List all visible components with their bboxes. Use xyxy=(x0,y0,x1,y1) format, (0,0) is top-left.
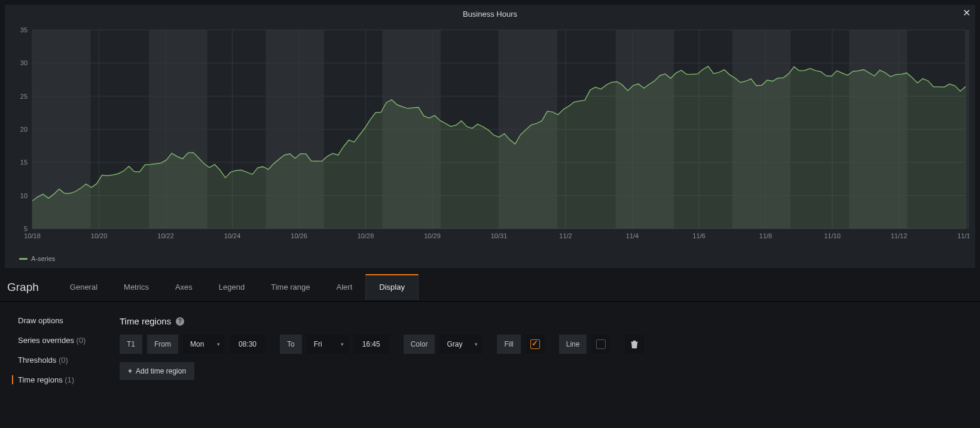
side-item-draw-options[interactable]: Draw options xyxy=(12,316,96,325)
svg-text:25: 25 xyxy=(20,93,28,100)
chart-area[interactable]: 510152025303510/1810/2010/2210/2410/2610… xyxy=(11,28,969,241)
legend-series-label: A-series xyxy=(31,255,55,262)
section-title-text: Time regions xyxy=(120,316,171,326)
time-region-row: T1 From Mon To Fri Color Gray Fill Line xyxy=(120,335,968,354)
svg-text:35: 35 xyxy=(20,28,28,34)
editor-header: Graph GeneralMetricsAxesLegendTime range… xyxy=(0,273,980,302)
panel-editor: Graph GeneralMetricsAxesLegendTime range… xyxy=(0,273,980,399)
editor-body: Draw optionsSeries overrides (0)Threshol… xyxy=(0,302,980,399)
tab-time-range[interactable]: Time range xyxy=(258,274,323,300)
line-label: Line xyxy=(559,335,587,354)
add-time-region-button[interactable]: + Add time region xyxy=(120,362,194,380)
to-day-select[interactable]: Fri xyxy=(307,335,349,354)
section-title: Time regions ? xyxy=(120,316,968,326)
svg-text:5: 5 xyxy=(24,225,28,232)
panel-title: Business Hours xyxy=(5,5,975,23)
svg-text:11/12: 11/12 xyxy=(891,232,908,239)
svg-text:30: 30 xyxy=(20,59,28,66)
legend-swatch xyxy=(19,258,28,260)
help-icon[interactable]: ? xyxy=(176,317,184,326)
line-checkbox[interactable] xyxy=(591,335,610,354)
svg-text:11/8: 11/8 xyxy=(759,232,772,239)
fill-label: Fill xyxy=(497,335,520,354)
to-label: To xyxy=(280,335,302,354)
svg-text:11/14: 11/14 xyxy=(957,232,969,239)
color-label: Color xyxy=(404,335,435,354)
tab-legend[interactable]: Legend xyxy=(206,274,258,300)
time-regions-section: Time regions ? T1 From Mon To Fri Color … xyxy=(120,316,968,384)
fill-checkbox[interactable] xyxy=(526,335,545,354)
from-time-input[interactable] xyxy=(230,335,265,354)
from-label: From xyxy=(147,335,178,354)
svg-text:10/31: 10/31 xyxy=(491,232,508,239)
svg-text:10/20: 10/20 xyxy=(91,232,108,239)
trash-icon xyxy=(631,341,638,348)
tab-alert[interactable]: Alert xyxy=(323,274,366,300)
tab-axes[interactable]: Axes xyxy=(162,274,206,300)
svg-text:10/18: 10/18 xyxy=(24,232,41,239)
svg-text:11/10: 11/10 xyxy=(824,232,841,239)
color-select[interactable]: Gray xyxy=(439,335,483,354)
side-item-thresholds[interactable]: Thresholds (0) xyxy=(12,356,96,365)
tab-metrics[interactable]: Metrics xyxy=(111,274,162,300)
tab-display[interactable]: Display xyxy=(365,274,419,300)
svg-text:10: 10 xyxy=(20,192,28,199)
chart-legend[interactable]: A-series xyxy=(19,255,55,262)
svg-text:11/6: 11/6 xyxy=(692,232,705,239)
svg-text:15: 15 xyxy=(20,159,28,166)
from-day-select[interactable]: Mon xyxy=(183,335,225,354)
svg-text:11/2: 11/2 xyxy=(559,232,572,239)
region-badge: T1 xyxy=(120,335,142,354)
tab-general[interactable]: General xyxy=(57,274,111,300)
delete-region-button[interactable] xyxy=(625,335,644,354)
svg-text:10/24: 10/24 xyxy=(224,232,241,239)
editor-side-list: Draw optionsSeries overrides (0)Threshol… xyxy=(12,316,96,384)
svg-text:20: 20 xyxy=(20,126,28,133)
to-time-input[interactable] xyxy=(353,335,389,354)
svg-text:10/28: 10/28 xyxy=(358,232,374,239)
side-item-series-overrides[interactable]: Series overrides (0) xyxy=(12,336,96,345)
svg-text:10/29: 10/29 xyxy=(424,232,441,239)
add-time-region-label: Add time region xyxy=(136,367,186,375)
svg-text:10/26: 10/26 xyxy=(291,232,307,239)
svg-text:10/22: 10/22 xyxy=(157,232,174,239)
editor-type-label: Graph xyxy=(7,281,39,294)
plus-icon: + xyxy=(128,367,132,375)
svg-rect-8 xyxy=(966,30,969,229)
graph-panel: Business Hours 510152025303510/1810/2010… xyxy=(5,5,975,268)
close-editor-button[interactable]: ✕ xyxy=(963,7,970,19)
svg-text:11/4: 11/4 xyxy=(626,232,639,239)
side-item-time-regions[interactable]: Time regions (1) xyxy=(12,375,96,384)
